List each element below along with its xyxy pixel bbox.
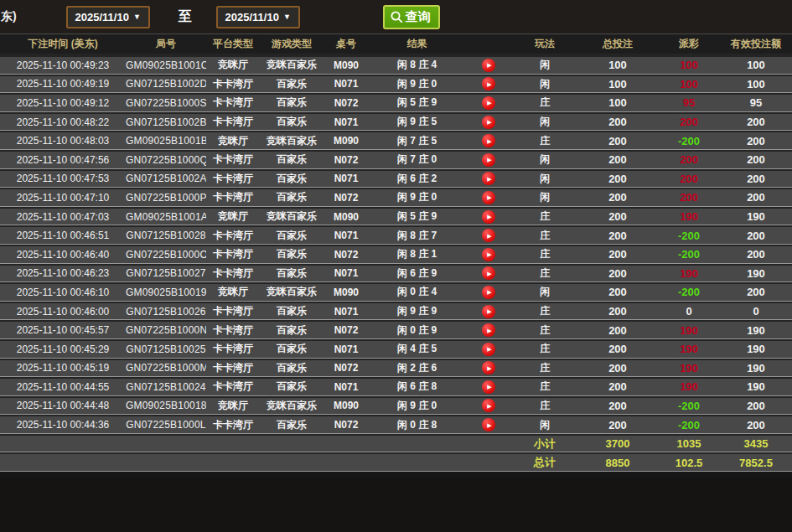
- cell-game-type: 百家乐: [260, 75, 324, 94]
- header-play-type: 玩法: [512, 34, 577, 55]
- cell-table-no: N072: [324, 320, 369, 339]
- cell-game-type: 百家乐: [260, 320, 324, 339]
- cell-game-id: GM09025B1001B: [126, 131, 206, 150]
- cell-payout: -200: [658, 415, 720, 434]
- query-button[interactable]: 查询: [383, 5, 440, 29]
- table-row: 2025-11-10 00:46:23 GN07125B10027 卡卡湾厅 百…: [0, 264, 792, 283]
- cell-total-bet: 200: [577, 282, 658, 302]
- header-platform: 平台类型: [206, 34, 260, 55]
- cell-payout: 200: [658, 169, 720, 189]
- table-row: 2025-11-10 00:47:53 GN07125B1002A 卡卡湾厅 百…: [0, 169, 792, 189]
- cell-game-id: GN07225B1000N: [126, 320, 206, 339]
- cell-replay: ▶: [465, 150, 512, 169]
- cell-play-type: 庄: [512, 207, 577, 226]
- cell-game-type: 竞咪百家乐: [260, 282, 324, 302]
- replay-play-icon[interactable]: ▶: [482, 343, 495, 356]
- cell-platform: 卡卡湾厅: [206, 339, 260, 359]
- cell-valid-bet: 200: [720, 112, 792, 132]
- replay-play-icon[interactable]: ▶: [482, 96, 495, 110]
- cell-play-type: 闲: [512, 55, 577, 75]
- cell-play-type: 庄: [512, 359, 577, 378]
- cell-payout: 200: [658, 150, 720, 169]
- replay-play-icon[interactable]: ▶: [482, 266, 495, 280]
- cell-table-no: N072: [324, 415, 369, 434]
- replay-play-icon[interactable]: ▶: [482, 418, 495, 431]
- header-payout: 派彩: [658, 34, 720, 55]
- cell-platform: 卡卡湾厅: [206, 302, 260, 321]
- cell-bet-time: 2025-11-10 00:46:51: [0, 225, 126, 245]
- replay-play-icon[interactable]: ▶: [482, 399, 495, 412]
- cell-total-bet: 200: [577, 396, 658, 416]
- chevron-down-icon: ▼: [133, 13, 141, 21]
- cell-replay: ▶: [465, 359, 512, 378]
- replay-play-icon[interactable]: ▶: [482, 229, 495, 242]
- cell-total-bet: 200: [577, 150, 658, 169]
- replay-play-icon[interactable]: ▶: [482, 153, 495, 167]
- subtotal-label: 小计: [512, 434, 577, 453]
- total-payout: 102.5: [658, 452, 720, 472]
- cell-payout: -200: [658, 225, 720, 245]
- cell-game-id: GN07125B10024: [126, 377, 206, 396]
- cell-result: 闲 9 庄 5: [369, 112, 465, 132]
- total-label: 总计: [512, 452, 577, 472]
- replay-play-icon[interactable]: ▶: [482, 134, 495, 147]
- replay-play-icon[interactable]: ▶: [482, 191, 495, 204]
- cell-table-no: N071: [324, 169, 369, 189]
- date-from-select[interactable]: 2025/11/10 ▼: [66, 6, 150, 28]
- cell-result: 闲 8 庄 1: [369, 245, 465, 264]
- date-to-select[interactable]: 2025/11/10 ▼: [216, 6, 300, 28]
- cell-game-type: 百家乐: [260, 169, 324, 189]
- replay-play-icon[interactable]: ▶: [482, 210, 495, 224]
- cell-game-type: 百家乐: [260, 302, 324, 321]
- replay-play-icon[interactable]: ▶: [482, 380, 495, 394]
- cell-valid-bet: 190: [720, 377, 792, 396]
- cell-result: 闲 5 庄 9: [369, 207, 465, 226]
- cell-table-no: M090: [324, 207, 369, 226]
- cell-play-type: 庄: [512, 225, 577, 245]
- header-result: 结果: [369, 34, 465, 55]
- cell-game-type: 竞咪百家乐: [260, 131, 324, 150]
- table-row: 2025-11-10 00:49:19 GN07125B1002D 卡卡湾厅 百…: [0, 75, 792, 94]
- cell-table-no: M090: [324, 282, 369, 302]
- cell-platform: 竞咪厅: [206, 396, 260, 416]
- replay-play-icon[interactable]: ▶: [482, 59, 495, 72]
- bottom-strip: [0, 472, 792, 478]
- cell-replay: ▶: [465, 225, 512, 245]
- cell-bet-time: 2025-11-10 00:49:23: [0, 55, 126, 75]
- date-to-value: 2025/11/10: [225, 11, 279, 23]
- cell-total-bet: 200: [577, 415, 658, 434]
- replay-play-icon[interactable]: ▶: [482, 248, 495, 261]
- cell-result: 闲 8 庄 7: [369, 225, 465, 245]
- cell-total-bet: 200: [577, 339, 658, 359]
- cell-total-bet: 100: [577, 75, 658, 94]
- cell-replay: ▶: [465, 188, 512, 207]
- cell-result: 闲 6 庄 8: [369, 377, 465, 396]
- replay-play-icon[interactable]: ▶: [482, 77, 495, 90]
- replay-play-icon[interactable]: ▶: [482, 361, 495, 374]
- replay-play-icon[interactable]: ▶: [482, 305, 495, 318]
- cell-game-id: GN07225B1000L: [126, 415, 206, 434]
- cell-bet-time: 2025-11-10 00:46:40: [0, 245, 126, 264]
- cell-play-type: 闲: [512, 282, 577, 302]
- cell-replay: ▶: [465, 377, 512, 396]
- cell-game-type: 竞咪百家乐: [260, 55, 324, 75]
- cell-bet-time: 2025-11-10 00:44:55: [0, 377, 126, 396]
- replay-play-icon[interactable]: ▶: [482, 323, 495, 337]
- table-header: 下注时间 (美东) 局号 平台类型 游戏类型 桌号 结果 玩法 总投注 派彩 有…: [0, 34, 792, 55]
- cell-game-type: 百家乐: [260, 188, 324, 207]
- cell-table-no: N072: [324, 188, 369, 207]
- replay-play-icon[interactable]: ▶: [482, 172, 495, 185]
- replay-play-icon[interactable]: ▶: [482, 116, 495, 129]
- cell-game-type: 百家乐: [260, 415, 324, 434]
- total-row: 总计 8850 102.5 7852.5: [0, 452, 792, 472]
- cell-total-bet: 200: [577, 169, 658, 189]
- subtotal-payout: 1035: [658, 434, 720, 453]
- cell-bet-time: 2025-11-10 00:46:23: [0, 264, 126, 283]
- cell-result: 闲 5 庄 9: [369, 93, 465, 112]
- cell-replay: ▶: [465, 264, 512, 283]
- cell-game-id: GN07225B1000O: [126, 245, 206, 264]
- cell-total-bet: 200: [577, 359, 658, 378]
- cell-total-bet: 200: [577, 377, 658, 396]
- cell-result: 闲 8 庄 4: [369, 55, 465, 75]
- replay-play-icon[interactable]: ▶: [482, 286, 495, 299]
